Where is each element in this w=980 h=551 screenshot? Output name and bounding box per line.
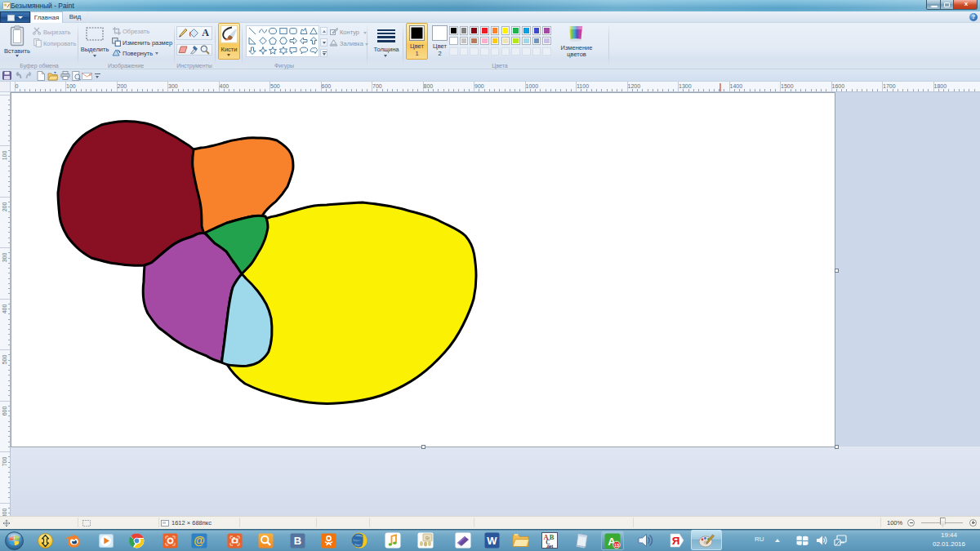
svg-text:13: 13 <box>614 542 619 547</box>
svg-text:@: @ <box>194 534 205 547</box>
svg-text:B: B <box>294 535 301 547</box>
svg-text:.net: .net <box>546 544 554 549</box>
svg-text:Gr: Gr <box>425 536 430 540</box>
svg-text:W: W <box>487 535 497 547</box>
svg-text:Я: Я <box>672 535 680 547</box>
